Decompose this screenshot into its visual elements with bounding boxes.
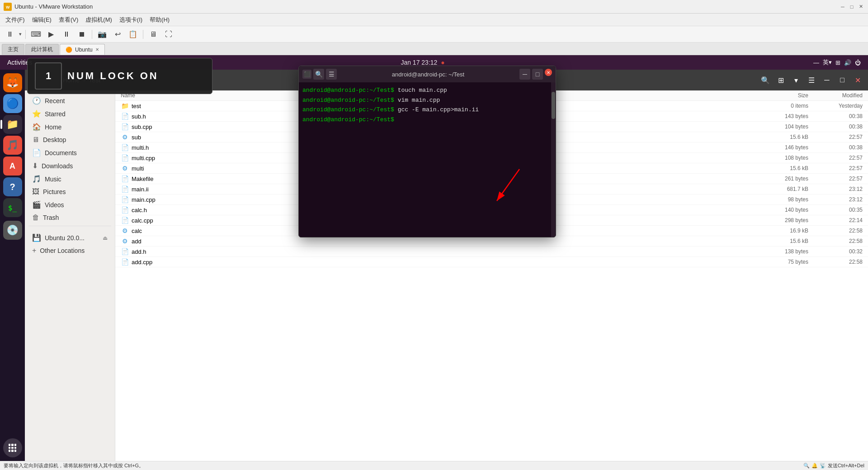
videos-icon: 🎬: [32, 200, 41, 209]
lang-selector[interactable]: 英▾: [823, 58, 832, 66]
file-type-icon: 📄: [121, 175, 129, 182]
sidebar-documents-label: Documents: [45, 149, 77, 157]
eject-icon[interactable]: ⏏: [103, 235, 108, 241]
menu-tab[interactable]: 选项卡(I): [116, 15, 146, 25]
menu-help[interactable]: 帮助(H): [146, 15, 173, 25]
view-list-button[interactable]: ▾: [789, 73, 803, 87]
snapshot-button[interactable]: 📷: [96, 28, 108, 41]
close-button[interactable]: ✕: [857, 3, 864, 10]
window-maximize-button[interactable]: □: [835, 73, 849, 87]
dock-software-center[interactable]: A: [3, 157, 22, 176]
menu-file[interactable]: 文件(F): [2, 15, 28, 25]
dock-rhythmbox[interactable]: 🎵: [3, 136, 22, 155]
file-size-cell: 15.6 kB: [763, 134, 808, 140]
numlock-text: NUM LOCK ON: [67, 70, 159, 82]
menu-view[interactable]: 查看(V): [55, 15, 82, 25]
show-apps-button[interactable]: [3, 438, 22, 457]
power-off-button[interactable]: ⏹: [75, 28, 88, 41]
terminal-maximize-button[interactable]: □: [532, 69, 543, 80]
sidebar-item-home[interactable]: 🏠 Home: [27, 120, 113, 133]
sidebar-item-music[interactable]: 🎵 Music: [27, 172, 113, 185]
dock-terminal[interactable]: $_: [3, 198, 22, 217]
minus-icon: —: [813, 59, 819, 66]
dock-dvd[interactable]: 💿: [3, 221, 22, 240]
send-ctrlaltdel-button[interactable]: ⌨: [29, 28, 42, 41]
dock-chromium[interactable]: 🔵: [3, 94, 22, 113]
status-icon-3: 📡: [820, 463, 826, 469]
terminal-scrollbar[interactable]: [551, 82, 556, 237]
terminal-prompt: android@android-pc:~/Test$: [302, 106, 394, 113]
software-icon: A: [9, 161, 15, 171]
status-message: 要将输入定向到该虚拟机，请将鼠标指针移入其中或按 Ctrl+G。: [4, 462, 144, 469]
search-button[interactable]: 🔍: [759, 73, 772, 87]
file-modified-cell: 22:58: [808, 228, 863, 234]
minimize-button[interactable]: ─: [839, 3, 846, 10]
sidebar-item-recent[interactable]: 🕐 Recent: [27, 94, 113, 107]
fullscreen-button[interactable]: ⛶: [162, 28, 175, 41]
chromium-icon: 🔵: [6, 98, 19, 109]
sidebar-downloads-label: Downloads: [42, 162, 73, 170]
menu-button[interactable]: ☰: [805, 73, 818, 87]
sidebar-item-desktop[interactable]: 🖥 Desktop: [27, 133, 113, 146]
pause-button[interactable]: ⏸: [4, 28, 16, 41]
vmware-titlebar: W Ubuntu - VMware Workstation ─ □ ✕: [0, 0, 868, 14]
sidebar-item-trash[interactable]: 🗑 Trash: [27, 211, 113, 224]
terminal-titlebar: ⬛ 🔍 ☰ android@android-pc: ~/Test ─ □ ✕: [299, 66, 556, 82]
menu-vm[interactable]: 虚拟机(M): [82, 15, 116, 25]
trash-icon: 🗑: [32, 214, 39, 222]
file-size-cell: 143 bytes: [763, 113, 808, 119]
file-type-icon: 📄: [121, 258, 129, 266]
menu-edit[interactable]: 编辑(E): [28, 15, 55, 25]
file-size-cell: 0 items: [763, 103, 808, 109]
file-name-cell: ⚙ add: [121, 237, 763, 245]
file-row[interactable]: ⚙ add 15.6 kB 22:58: [115, 236, 868, 247]
ubuntu-icon-small: 🟠: [66, 47, 72, 53]
ubuntu-dock: 🦊 🔵 📁 🎵 A ? $_ 💿: [0, 70, 25, 461]
sidebar-item-starred[interactable]: ⭐ Starred: [27, 107, 113, 120]
terminal-close-button[interactable]: ✕: [545, 69, 552, 76]
apps-grid-icon: [9, 444, 17, 452]
sidebar-item-ubuntu[interactable]: 💾 Ubuntu 20.0... ⏏: [27, 231, 113, 244]
file-modified-cell: 22:57: [808, 165, 863, 171]
view-toggle-button[interactable]: ⊞: [774, 73, 788, 87]
window-minimize-button[interactable]: ─: [820, 73, 834, 87]
sidebar-home-label: Home: [45, 123, 61, 131]
tab-home-label: 主页: [8, 46, 19, 53]
tab-thispc[interactable]: 此计算机: [25, 44, 59, 55]
snapshot-manager-button[interactable]: 📋: [127, 28, 139, 41]
terminal-command: touch main.cpp: [394, 87, 447, 94]
console-view-button[interactable]: 🖥: [147, 28, 160, 41]
file-modified-cell: 00:38: [808, 113, 863, 119]
numlock-number: 1: [46, 70, 51, 82]
power-suspend-button[interactable]: ⏸: [60, 28, 73, 41]
tab-ubuntu-label: Ubuntu: [75, 47, 93, 53]
terminal-minimize-button[interactable]: ─: [519, 69, 530, 80]
sidebar-item-other-locations[interactable]: + Other Locations: [27, 244, 113, 257]
terminal-prompt: android@android-pc:~/Test$: [302, 97, 394, 104]
desktop-icon: 🖥: [32, 136, 39, 144]
dock-help[interactable]: ?: [3, 177, 22, 196]
sidebar-item-pictures[interactable]: 🖼 Pictures: [27, 185, 113, 198]
sidebar-item-documents[interactable]: 📄 Documents: [27, 146, 113, 159]
file-row[interactable]: 📄 add.h 138 bytes 00:32: [115, 247, 868, 257]
dock-files[interactable]: 📁: [3, 115, 22, 134]
tab-home[interactable]: 主页: [2, 44, 24, 55]
dock-firefox[interactable]: 🦊: [3, 73, 22, 92]
revert-button[interactable]: ↩: [111, 28, 124, 41]
sidebar-item-downloads[interactable]: ⬇ Downloads: [27, 159, 113, 172]
file-row[interactable]: 📄 add.cpp 75 bytes 22:58: [115, 257, 868, 267]
restore-button[interactable]: □: [848, 3, 855, 10]
terminal-body[interactable]: android@android-pc:~/Test$ touch main.cp…: [299, 82, 556, 237]
sidebar-item-videos[interactable]: 🎬 Videos: [27, 198, 113, 211]
recording-indicator: ●: [441, 59, 444, 66]
file-type-icon: ⚙: [121, 165, 129, 172]
terminal-menu-button[interactable]: ☰: [326, 69, 337, 80]
power-on-button[interactable]: ▶: [45, 28, 57, 41]
window-close-button[interactable]: ✕: [851, 73, 864, 87]
terminal-search-button[interactable]: 🔍: [313, 69, 324, 80]
scrollbar-thumb: [552, 92, 555, 119]
tab-ubuntu[interactable]: 🟠 Ubuntu ✕: [60, 44, 105, 55]
terminal-icon-btn[interactable]: ⬛: [302, 70, 311, 79]
toolbar-divider: [25, 30, 26, 39]
tab-close-button[interactable]: ✕: [95, 47, 99, 52]
